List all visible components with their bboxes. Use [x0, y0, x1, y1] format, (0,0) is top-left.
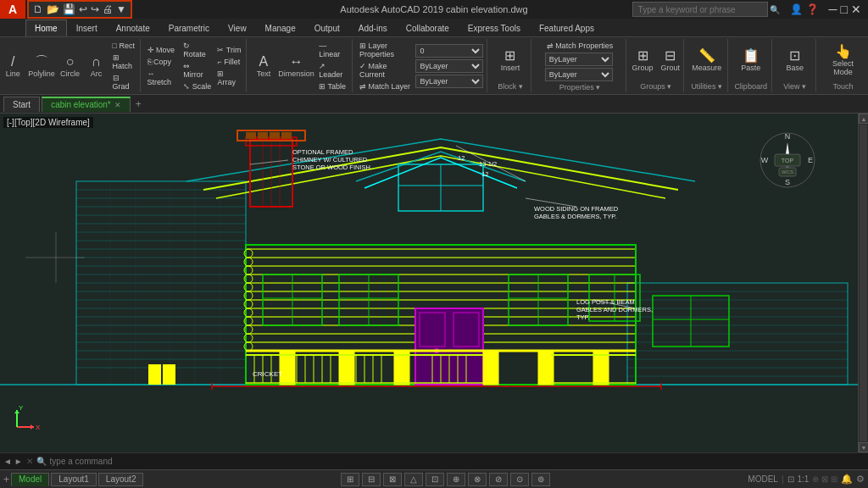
group-groups-label[interactable]: Groups ▾ — [640, 82, 671, 91]
btn-circle[interactable]: ○ Circle — [58, 53, 82, 80]
layout-tab-layout2[interactable]: Layout2 — [98, 473, 144, 486]
btn-trim[interactable]: ✂ Trim — [215, 45, 242, 55]
status-selection[interactable]: ⊚ — [531, 473, 550, 486]
btn-fillet[interactable]: ⌐ Fillet — [215, 57, 242, 67]
group-utilities-label[interactable]: Utilities ▾ — [691, 82, 722, 91]
qa-new[interactable]: 🗋 — [32, 3, 44, 16]
btn-rectangle[interactable]: □ Rect — [111, 41, 139, 51]
command-arrows[interactable]: ◄ ► — [3, 457, 23, 466]
qa-open[interactable]: 📂 — [46, 3, 60, 16]
btn-linear[interactable]: ― Linear — [317, 41, 348, 59]
btn-layer-props[interactable]: ⊞ Layer Properties — [358, 41, 413, 59]
status-polar[interactable]: △ — [404, 473, 423, 486]
tab-parametric[interactable]: Parametric — [159, 19, 219, 36]
btn-arc[interactable]: ∩ Arc — [85, 53, 108, 80]
window-title: Autodesk AutoCAD 2019 cabin elevation.dw… — [340, 4, 527, 14]
qa-print[interactable]: 🖨 — [102, 3, 114, 16]
tab-home[interactable]: Home — [25, 19, 67, 36]
qa-dropdown[interactable]: ▼ — [115, 3, 127, 16]
btn-line[interactable]: / Line — [1, 53, 25, 80]
btn-polyline[interactable]: ⌒ Polyline — [27, 53, 55, 80]
btn-dimension[interactable]: ↔ Dimension — [278, 53, 314, 80]
group-view-label[interactable]: View ▾ — [783, 82, 806, 91]
btn-gradient[interactable]: ⊟ Grad — [111, 73, 139, 92]
btn-table[interactable]: ⊞ Table — [317, 81, 348, 92]
tab-close-icon[interactable]: ✕ — [114, 101, 121, 109]
layout-add-button[interactable]: + — [3, 474, 9, 485]
lineweight-dropdown[interactable]: ByLayer — [545, 53, 613, 66]
btn-insert[interactable]: ⊞ Insert — [498, 47, 523, 74]
tab-manage[interactable]: Manage — [256, 19, 305, 36]
command-input[interactable] — [50, 457, 865, 466]
tab-add-button[interactable]: + — [132, 97, 145, 112]
tab-express[interactable]: Express Tools — [459, 19, 530, 36]
minimize-button[interactable]: ─ — [829, 3, 837, 16]
btn-scale[interactable]: ⤡ Scale — [181, 81, 213, 92]
notifications-icon[interactable]: 🔔 — [841, 474, 853, 485]
tab-featured[interactable]: Featured Apps — [530, 19, 604, 36]
svg-rect-151 — [246, 132, 256, 139]
btn-copy[interactable]: ⎘ Copy — [146, 57, 180, 67]
status-snap[interactable]: ⊞ — [341, 473, 359, 486]
status-grid[interactable]: ⊟ — [362, 473, 381, 486]
tab-annotate[interactable]: Annotate — [107, 19, 159, 36]
btn-move[interactable]: ✛ Move — [146, 45, 180, 55]
maximize-button[interactable]: □ — [841, 3, 848, 16]
group-properties-label[interactable]: Properties ▾ — [559, 83, 601, 92]
tab-start[interactable]: Start — [3, 97, 40, 112]
btn-grout[interactable]: ⊟ Grout — [659, 47, 683, 74]
group-groups: ⊞ Group ⊟ Grout Groups ▾ — [628, 39, 684, 92]
settings-icon[interactable]: ⚙ — [856, 474, 865, 485]
qa-redo[interactable]: ↪ — [90, 3, 100, 16]
qa-save[interactable]: 💾 — [62, 3, 76, 16]
help-icon[interactable]: ❓ — [806, 3, 819, 15]
status-osnap[interactable]: ⊡ — [426, 473, 444, 486]
tab-collaborate[interactable]: Collaborate — [397, 19, 459, 36]
scrollbar-vertical[interactable]: ▲ ▼ — [858, 114, 868, 452]
status-lineweight[interactable]: ⊘ — [489, 473, 508, 486]
status-bar: + Model Layout1 Layout2 ⊞ ⊟ ⊠ △ ⊡ ⊕ ⊗ ⊘ … — [0, 469, 868, 488]
transparency-dropdown[interactable]: ByLayer — [545, 68, 613, 81]
tab-cabin-elevation[interactable]: cabin elevation* ✕ — [42, 97, 131, 112]
color-dropdown[interactable]: ByLayer — [415, 59, 483, 73]
tab-addins[interactable]: Add-ins — [349, 19, 397, 36]
btn-match-layer[interactable]: ⇌ Match Layer — [358, 81, 413, 92]
btn-mirror[interactable]: ⇔ Mirror — [181, 61, 213, 80]
btn-measure[interactable]: 📏 Measure — [689, 47, 724, 74]
btn-select-mode[interactable]: 👆 Select Mode — [821, 43, 865, 78]
status-transparency[interactable]: ⊙ — [510, 473, 529, 486]
btn-paste[interactable]: 📋 Paste — [738, 47, 763, 74]
tab-view[interactable]: View — [219, 19, 256, 36]
linetype-dropdown[interactable]: ByLayer — [415, 75, 483, 88]
close-button[interactable]: ✕ — [851, 3, 861, 16]
btn-base[interactable]: ⊡ Base — [783, 47, 807, 74]
status-ducs[interactable]: ⊗ — [468, 473, 487, 486]
scroll-thumb-v[interactable] — [860, 125, 867, 441]
btn-leader[interactable]: ↗ Leader — [317, 61, 348, 80]
user-icon[interactable]: 👤 — [790, 3, 803, 15]
window-controls: 🔍 👤 ❓ ─ □ ✕ — [632, 0, 861, 19]
status-otrack[interactable]: ⊕ — [447, 473, 465, 486]
status-ortho[interactable]: ⊠ — [383, 473, 402, 486]
qa-undo[interactable]: ↩ — [78, 3, 88, 16]
layer-dropdown[interactable]: 0 — [415, 44, 483, 58]
btn-make-current[interactable]: ✓ Make Current — [358, 61, 413, 80]
layout-tab-model[interactable]: Model — [11, 473, 49, 486]
tab-output[interactable]: Output — [305, 19, 349, 36]
btn-hatch[interactable]: ⊞ Hatch — [111, 53, 139, 71]
btn-array[interactable]: ⊞ Array — [215, 69, 242, 87]
svg-text:STONE OR WOOD FINISH.: STONE OR WOOD FINISH. — [292, 164, 372, 171]
tab-insert[interactable]: Insert — [67, 19, 107, 36]
btn-group[interactable]: ⊞ Group — [630, 47, 656, 74]
btn-rotate[interactable]: ↻ Rotate — [181, 41, 213, 59]
scroll-up-button[interactable]: ▲ — [859, 114, 868, 124]
btn-match-props[interactable]: ⇌ Match Properties — [545, 41, 615, 51]
btn-text[interactable]: A Text — [252, 53, 275, 80]
layout-tab-layout1[interactable]: Layout1 — [51, 473, 97, 486]
svg-rect-85 — [483, 351, 498, 385]
scroll-down-button[interactable]: ▼ — [859, 442, 868, 452]
search-input[interactable] — [632, 2, 768, 17]
btn-stretch[interactable]: ↔ Stretch — [146, 69, 180, 87]
select-mode-icon: 👆 — [835, 45, 852, 58]
app-button[interactable]: A — [0, 0, 25, 19]
